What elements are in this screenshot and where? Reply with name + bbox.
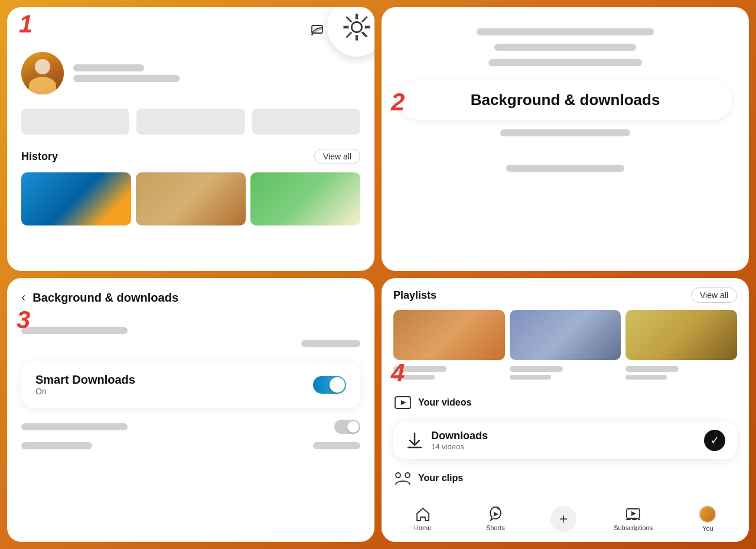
playlists-view-all-button[interactable]: View all [691, 287, 737, 303]
step-badge-1: 1 [19, 12, 32, 37]
your-clips-row[interactable]: Your clips [393, 464, 737, 492]
q2-line-2 [494, 44, 636, 51]
nav-home[interactable]: Home [405, 506, 441, 531]
q3-setting-line-2 [21, 442, 92, 449]
gear-icon [341, 12, 372, 43]
user-avatar-nav [699, 505, 716, 523]
playlists-header: Playlists View all [393, 287, 737, 303]
your-clips-label: Your clips [418, 473, 463, 483]
pl-cap-3b [625, 375, 667, 380]
bottom-navigation: Home Shorts + [382, 495, 749, 542]
q2-line-4 [500, 129, 630, 136]
q2-bottom-lines [398, 129, 732, 172]
your-videos-icon [393, 393, 412, 412]
nav-subscriptions-label: Subscriptions [614, 524, 653, 531]
q2-top-lines [398, 21, 732, 66]
history-header: History View all [21, 149, 360, 164]
step-badge-2: 2 [391, 90, 405, 115]
q3-line-row-2 [21, 442, 360, 449]
svg-point-6 [405, 473, 410, 478]
q2-line-3 [488, 59, 642, 66]
downloads-text: Downloads 14 videos [431, 430, 488, 451]
playlist-sub-lines [393, 366, 737, 380]
q3-setting-line-1 [21, 423, 128, 430]
q3-line-2 [301, 340, 360, 347]
nav-you-label: You [702, 525, 713, 532]
action-btn-3[interactable] [252, 109, 360, 135]
history-thumb-1[interactable] [21, 172, 131, 226]
step-badge-3: 3 [17, 308, 30, 332]
svg-point-3 [351, 22, 361, 32]
nav-you[interactable]: You [690, 505, 725, 532]
background-downloads-pill[interactable]: Background & downloads [398, 80, 732, 120]
home-icon [415, 506, 431, 522]
downloads-check: ✓ [704, 430, 725, 451]
back-button[interactable]: ‹ [21, 290, 25, 305]
downloads-pill[interactable]: Downloads 14 videos ✓ [393, 421, 737, 459]
toggle-knob-small-1 [347, 421, 359, 433]
toggle-small-1[interactable] [334, 420, 360, 434]
shorts-icon [487, 506, 504, 522]
action-btn-2[interactable] [136, 109, 245, 135]
history-title: History [21, 151, 58, 163]
action-buttons [21, 109, 360, 135]
profile-name-placeholder [73, 64, 144, 71]
playlist-thumbnails [393, 310, 737, 360]
smart-downloads-text: Smart Downloads On [35, 373, 135, 396]
pl-cap-3a [625, 366, 679, 372]
nav-shorts-label: Shorts [486, 524, 505, 531]
your-clips-icon [393, 469, 412, 488]
toggle-knob [330, 377, 345, 393]
q3-header: ‹ Background & downloads [7, 278, 374, 315]
q1-topbar [21, 19, 360, 40]
history-thumbnails [21, 172, 360, 226]
downloads-left: Downloads 14 videos [405, 430, 488, 451]
smart-downloads-toggle[interactable] [313, 376, 346, 394]
history-thumb-3[interactable] [250, 172, 360, 226]
q3-line-1 [21, 327, 128, 334]
settings-circle[interactable] [327, 7, 374, 57]
playlist-thumb-1[interactable] [393, 310, 505, 360]
download-icon [405, 431, 424, 450]
quadrant-2: 2 Background & downloads [382, 7, 749, 271]
playlist-thumb-2[interactable] [510, 310, 621, 360]
pl-cap-2a [510, 366, 563, 372]
profile-section [21, 52, 360, 94]
history-view-all-button[interactable]: View all [314, 149, 360, 164]
nav-subscriptions[interactable]: Subscriptions [614, 506, 653, 531]
quadrant-4: 4 Playlists View all [382, 278, 749, 542]
q2-line-1 [477, 28, 654, 35]
cast-icon[interactable] [308, 19, 330, 40]
subscriptions-icon [625, 506, 641, 522]
smart-downloads-card[interactable]: Smart Downloads On [21, 361, 360, 408]
playlist-thumb-3[interactable] [625, 310, 737, 360]
profile-handle-placeholder [73, 75, 180, 82]
action-btn-1[interactable] [21, 109, 129, 135]
nav-add-button[interactable]: + [550, 506, 576, 532]
playlists-title: Playlists [393, 289, 436, 302]
avatar [21, 52, 64, 94]
pl-cap-2b [510, 375, 551, 380]
svg-point-5 [396, 473, 400, 478]
your-videos-label: Your videos [418, 397, 471, 408]
q3-setting-value-2 [313, 442, 360, 449]
step-badge-4: 4 [391, 361, 405, 385]
q3-more-lines [21, 420, 360, 449]
your-videos-row[interactable]: Your videos [393, 388, 737, 417]
nav-home-label: Home [414, 524, 431, 531]
quadrant-3: 3 ‹ Background & downloads Smart Downloa… [7, 278, 374, 542]
history-thumb-2[interactable] [136, 172, 246, 226]
q2-line-5 [506, 165, 624, 172]
quadrant-1: 1 [7, 7, 374, 271]
svg-point-1 [311, 34, 313, 35]
q3-title: Background & downloads [32, 291, 178, 305]
nav-shorts[interactable]: Shorts [478, 506, 513, 531]
q3-line-row-1 [21, 420, 360, 434]
q3-top-lines [21, 327, 360, 347]
